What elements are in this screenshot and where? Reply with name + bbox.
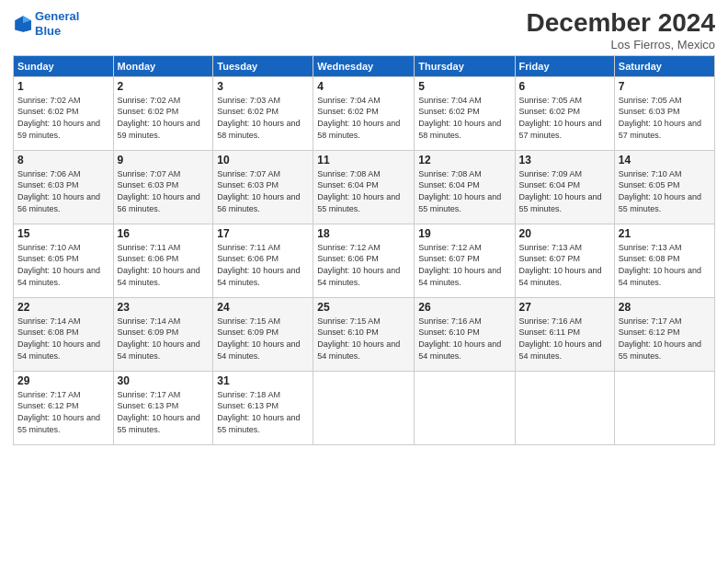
day-number: 26 xyxy=(418,301,510,314)
day-number: 13 xyxy=(519,154,610,167)
table-row: 23 Sunrise: 7:14 AM Sunset: 6:09 PM Dayl… xyxy=(113,297,213,371)
logo-line1: General xyxy=(35,9,79,23)
day-number: 6 xyxy=(519,80,610,93)
logo-line2: Blue xyxy=(35,24,61,38)
calendar-week-row: 1 Sunrise: 7:02 AM Sunset: 6:02 PM Dayli… xyxy=(14,76,715,150)
day-info: Sunrise: 7:07 AM Sunset: 6:03 PM Dayligh… xyxy=(118,168,210,214)
day-number: 20 xyxy=(519,227,610,240)
table-row xyxy=(313,371,415,444)
day-number: 10 xyxy=(217,154,309,167)
day-info: Sunrise: 7:03 AM Sunset: 6:02 PM Dayligh… xyxy=(217,95,309,141)
table-row: 29 Sunrise: 7:17 AM Sunset: 6:12 PM Dayl… xyxy=(14,371,114,444)
col-monday: Monday xyxy=(113,55,213,76)
day-info: Sunrise: 7:02 AM Sunset: 6:02 PM Dayligh… xyxy=(17,95,109,141)
table-row: 25 Sunrise: 7:15 AM Sunset: 6:10 PM Dayl… xyxy=(313,297,415,371)
table-row: 5 Sunrise: 7:04 AM Sunset: 6:02 PM Dayli… xyxy=(415,76,515,150)
logo: General Blue xyxy=(13,9,79,38)
day-number: 5 xyxy=(418,80,510,93)
table-row: 4 Sunrise: 7:04 AM Sunset: 6:02 PM Dayli… xyxy=(313,76,415,150)
day-info: Sunrise: 7:11 AM Sunset: 6:06 PM Dayligh… xyxy=(217,242,309,288)
day-number: 2 xyxy=(118,80,210,93)
calendar-week-row: 29 Sunrise: 7:17 AM Sunset: 6:12 PM Dayl… xyxy=(14,371,715,444)
day-number: 1 xyxy=(17,80,109,93)
month-title: December 2024 xyxy=(527,9,715,38)
table-row: 13 Sunrise: 7:09 AM Sunset: 6:04 PM Dayl… xyxy=(515,150,614,224)
calendar-week-row: 15 Sunrise: 7:10 AM Sunset: 6:05 PM Dayl… xyxy=(14,224,715,297)
day-number: 16 xyxy=(118,227,210,240)
day-info: Sunrise: 7:02 AM Sunset: 6:02 PM Dayligh… xyxy=(118,95,210,141)
table-row: 1 Sunrise: 7:02 AM Sunset: 6:02 PM Dayli… xyxy=(14,76,114,150)
table-row: 17 Sunrise: 7:11 AM Sunset: 6:06 PM Dayl… xyxy=(213,224,313,297)
day-number: 17 xyxy=(217,227,309,240)
day-info: Sunrise: 7:10 AM Sunset: 6:05 PM Dayligh… xyxy=(17,242,109,288)
day-info: Sunrise: 7:10 AM Sunset: 6:05 PM Dayligh… xyxy=(619,168,711,214)
table-row: 22 Sunrise: 7:14 AM Sunset: 6:08 PM Dayl… xyxy=(14,297,114,371)
day-info: Sunrise: 7:13 AM Sunset: 6:07 PM Dayligh… xyxy=(519,242,610,288)
table-row: 9 Sunrise: 7:07 AM Sunset: 6:03 PM Dayli… xyxy=(113,150,213,224)
day-number: 11 xyxy=(317,154,410,167)
table-row: 6 Sunrise: 7:05 AM Sunset: 6:02 PM Dayli… xyxy=(515,76,614,150)
calendar-week-row: 22 Sunrise: 7:14 AM Sunset: 6:08 PM Dayl… xyxy=(14,297,715,371)
day-info: Sunrise: 7:06 AM Sunset: 6:03 PM Dayligh… xyxy=(17,168,109,214)
day-info: Sunrise: 7:17 AM Sunset: 6:12 PM Dayligh… xyxy=(619,316,711,362)
day-info: Sunrise: 7:15 AM Sunset: 6:10 PM Dayligh… xyxy=(317,316,410,362)
day-info: Sunrise: 7:16 AM Sunset: 6:11 PM Dayligh… xyxy=(519,316,610,362)
day-info: Sunrise: 7:09 AM Sunset: 6:04 PM Dayligh… xyxy=(519,168,610,214)
logo-icon xyxy=(13,14,33,34)
day-number: 28 xyxy=(619,301,711,314)
table-row: 24 Sunrise: 7:15 AM Sunset: 6:09 PM Dayl… xyxy=(213,297,313,371)
table-row xyxy=(415,371,515,444)
day-number: 24 xyxy=(217,301,309,314)
day-number: 25 xyxy=(317,301,410,314)
day-info: Sunrise: 7:17 AM Sunset: 6:13 PM Dayligh… xyxy=(118,389,210,435)
day-number: 3 xyxy=(217,80,309,93)
day-info: Sunrise: 7:08 AM Sunset: 6:04 PM Dayligh… xyxy=(317,168,410,214)
day-info: Sunrise: 7:17 AM Sunset: 6:12 PM Dayligh… xyxy=(17,389,109,435)
day-number: 23 xyxy=(118,301,210,314)
day-info: Sunrise: 7:14 AM Sunset: 6:08 PM Dayligh… xyxy=(17,316,109,362)
day-info: Sunrise: 7:12 AM Sunset: 6:07 PM Dayligh… xyxy=(418,242,510,288)
table-row: 11 Sunrise: 7:08 AM Sunset: 6:04 PM Dayl… xyxy=(313,150,415,224)
table-row: 14 Sunrise: 7:10 AM Sunset: 6:05 PM Dayl… xyxy=(614,150,714,224)
day-info: Sunrise: 7:04 AM Sunset: 6:02 PM Dayligh… xyxy=(418,95,510,141)
day-number: 29 xyxy=(17,374,109,387)
header: General Blue December 2024 Los Fierros, … xyxy=(13,9,715,52)
table-row: 3 Sunrise: 7:03 AM Sunset: 6:02 PM Dayli… xyxy=(213,76,313,150)
table-row: 12 Sunrise: 7:08 AM Sunset: 6:04 PM Dayl… xyxy=(415,150,515,224)
table-row: 8 Sunrise: 7:06 AM Sunset: 6:03 PM Dayli… xyxy=(14,150,114,224)
day-number: 12 xyxy=(418,154,510,167)
day-number: 18 xyxy=(317,227,410,240)
day-number: 14 xyxy=(619,154,711,167)
day-info: Sunrise: 7:15 AM Sunset: 6:09 PM Dayligh… xyxy=(217,316,309,362)
day-number: 31 xyxy=(217,374,309,387)
day-info: Sunrise: 7:05 AM Sunset: 6:03 PM Dayligh… xyxy=(619,95,711,141)
table-row: 20 Sunrise: 7:13 AM Sunset: 6:07 PM Dayl… xyxy=(515,224,614,297)
col-friday: Friday xyxy=(515,55,614,76)
day-info: Sunrise: 7:16 AM Sunset: 6:10 PM Dayligh… xyxy=(418,316,510,362)
day-number: 9 xyxy=(118,154,210,167)
table-row: 21 Sunrise: 7:13 AM Sunset: 6:08 PM Dayl… xyxy=(614,224,714,297)
day-number: 22 xyxy=(17,301,109,314)
day-info: Sunrise: 7:04 AM Sunset: 6:02 PM Dayligh… xyxy=(317,95,410,141)
table-row: 18 Sunrise: 7:12 AM Sunset: 6:06 PM Dayl… xyxy=(313,224,415,297)
day-info: Sunrise: 7:05 AM Sunset: 6:02 PM Dayligh… xyxy=(519,95,610,141)
calendar-week-row: 8 Sunrise: 7:06 AM Sunset: 6:03 PM Dayli… xyxy=(14,150,715,224)
table-row: 19 Sunrise: 7:12 AM Sunset: 6:07 PM Dayl… xyxy=(415,224,515,297)
day-info: Sunrise: 7:12 AM Sunset: 6:06 PM Dayligh… xyxy=(317,242,410,288)
day-number: 19 xyxy=(418,227,510,240)
table-row xyxy=(515,371,614,444)
title-block: December 2024 Los Fierros, Mexico xyxy=(527,9,715,52)
day-number: 30 xyxy=(118,374,210,387)
table-row: 2 Sunrise: 7:02 AM Sunset: 6:02 PM Dayli… xyxy=(113,76,213,150)
col-sunday: Sunday xyxy=(14,55,114,76)
day-info: Sunrise: 7:18 AM Sunset: 6:13 PM Dayligh… xyxy=(217,389,309,435)
day-info: Sunrise: 7:13 AM Sunset: 6:08 PM Dayligh… xyxy=(619,242,711,288)
table-row: 27 Sunrise: 7:16 AM Sunset: 6:11 PM Dayl… xyxy=(515,297,614,371)
day-info: Sunrise: 7:08 AM Sunset: 6:04 PM Dayligh… xyxy=(418,168,510,214)
table-row: 15 Sunrise: 7:10 AM Sunset: 6:05 PM Dayl… xyxy=(14,224,114,297)
calendar-table: Sunday Monday Tuesday Wednesday Thursday… xyxy=(13,55,715,445)
day-number: 21 xyxy=(619,227,711,240)
day-number: 15 xyxy=(17,227,109,240)
table-row: 28 Sunrise: 7:17 AM Sunset: 6:12 PM Dayl… xyxy=(614,297,714,371)
location: Los Fierros, Mexico xyxy=(527,38,715,52)
